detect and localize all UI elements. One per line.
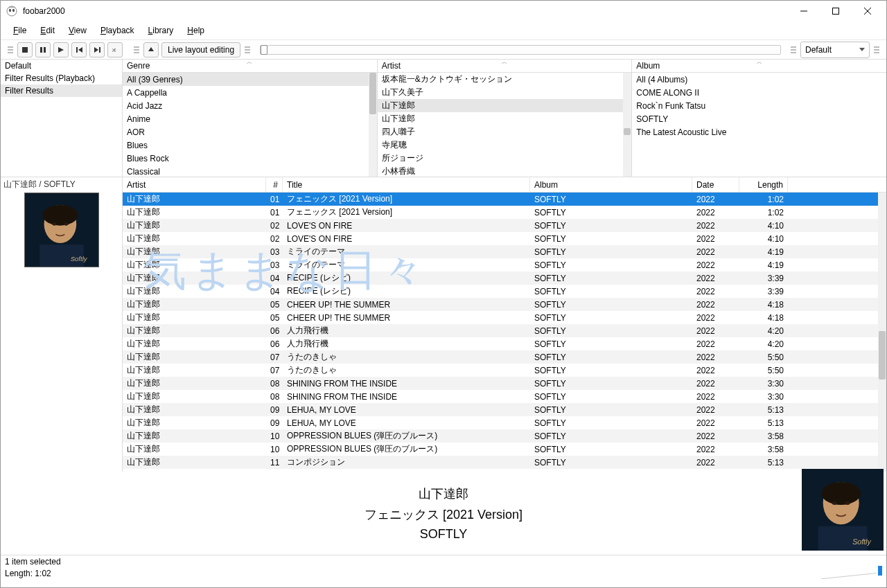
menubar: File Edit View Playback Library Help [1,21,886,39]
toolbar-grip-4[interactable] [791,42,796,57]
menu-playback[interactable]: Playback [94,23,141,38]
seek-thumb[interactable] [261,45,267,55]
table-row[interactable]: 山下達郎03ミライのテーマSOFTLY20224:19 [123,245,886,258]
prev-button[interactable] [71,42,87,57]
np-album-art: Softly [802,469,884,551]
menu-help[interactable]: Help [180,23,211,38]
filter-item[interactable]: 坂本龍一&カクトウギ・セッション [378,73,632,86]
menu-library[interactable]: Library [141,23,181,38]
svg-rect-9 [44,47,46,53]
svg-marker-16 [148,47,154,51]
table-row[interactable]: 山下達郎10OPPRESSION BLUES (弾圧のブルース)SOFTLY20… [123,429,886,443]
next-button[interactable] [89,42,105,57]
table-row[interactable]: 山下達郎05CHEER UP! THE SUMMERSOFTLY20224:18 [123,298,886,311]
seek-bar[interactable] [260,45,781,55]
table-row[interactable]: 山下達郎02LOVE'S ON FIRESOFTLY20224:10 [123,232,886,245]
table-row[interactable]: 山下達郎08SHINING FROM THE INSIDESOFTLY20223… [123,377,886,390]
grid-scrollbar[interactable] [878,193,886,472]
filter-item[interactable]: Blues Rock [123,152,377,165]
filter-item[interactable]: 所ジョージ [378,152,632,165]
filter-item[interactable]: A Cappella [123,86,377,99]
col-length[interactable]: Length [739,177,788,192]
toolbar-grip-3[interactable] [245,42,250,57]
random-button[interactable]: ⤮ [107,42,123,57]
table-row[interactable]: 山下達郎07うたのきしゃSOFTLY20225:50 [123,350,886,364]
table-row[interactable]: 山下達郎09LEHUA, MY LOVESOFTLY20225:13 [123,416,886,429]
table-row[interactable]: 山下達郎01フェニックス [2021 Version]SOFTLY20221:0… [123,206,886,219]
col-album[interactable]: Album [530,177,692,192]
genre-scrollbar[interactable] [369,73,377,177]
genre-header[interactable]: Genre ︿ [123,60,377,73]
order-value: Default [805,45,859,55]
layout-up-button[interactable] [143,42,159,57]
filter-item[interactable]: Blues [123,139,377,152]
album-filter: Album ︿ All (4 Albums)COME ALONG IIRock`… [632,60,886,177]
pause-button[interactable] [35,42,51,57]
sidebar-item[interactable]: Default [1,60,122,72]
table-row[interactable]: 山下達郎06人力飛行機SOFTLY20224:20 [123,337,886,350]
sidebar-item[interactable]: Filter Results (Playback) [1,72,122,84]
filter-panels: DefaultFilter Results (Playback)Filter R… [1,59,886,177]
col-track[interactable]: # [266,177,283,192]
artist-header[interactable]: Artist ︿ [378,60,632,73]
filter-item[interactable]: 小林香織 [378,165,632,177]
filter-item[interactable]: 寺尾聰 [378,139,632,152]
filter-item[interactable]: The Latest Acoustic Live [632,125,886,139]
playlist-area: 山下達郎 / SOFTLY Softly Artist # Title Albu… [1,177,886,472]
table-row[interactable]: 山下達郎02LOVE'S ON FIRESOFTLY20224:10 [123,219,886,232]
filter-item[interactable]: AOR [123,125,377,139]
filter-item[interactable]: Acid Jazz [123,99,377,112]
table-row[interactable]: 山下達郎06人力飛行機SOFTLY20224:20 [123,324,886,337]
filter-item[interactable]: 山下久美子 [378,86,632,99]
artist-scrollbar[interactable] [623,73,631,177]
table-row[interactable]: 山下達郎10OPPRESSION BLUES (弾圧のブルース)SOFTLY20… [123,443,886,456]
order-dropdown[interactable]: Default [800,42,870,58]
toolbar-grip[interactable] [8,42,13,57]
filter-item[interactable]: 四人囃子 [378,125,632,139]
filter-item[interactable]: All (4 Albums) [632,73,886,86]
filter-item[interactable]: 山下達郎 [378,99,632,112]
stop-button[interactable] [17,42,33,57]
table-row[interactable]: 山下達郎04RECIPE (レシピ)SOFTLY20223:39 [123,271,886,285]
filter-item[interactable]: Classical [123,165,377,177]
svg-point-29 [845,501,850,505]
album-header[interactable]: Album ︿ [632,60,886,73]
close-button[interactable] [852,1,884,21]
artist-filter: Artist ︿ 坂本龍一&カクトウギ・セッション山下久美子山下達郎山下達郎四人… [378,60,633,177]
nowplaying-panel: 山下達郎 フェニックス [2021 Version] SOFTLY Softly [1,472,886,555]
filter-item[interactable]: Rock`n Funk Tatsu [632,99,886,112]
live-layout-editing-button[interactable]: Live layout editing [161,42,240,57]
table-row[interactable]: 山下達郎09LEHUA, MY LOVESOFTLY20225:13 [123,403,886,416]
filter-item[interactable]: Anime [123,112,377,125]
filter-item[interactable]: All (39 Genres) [123,73,377,86]
volume-control[interactable] [821,564,884,577]
menu-view[interactable]: View [62,23,94,38]
svg-text:Softly: Softly [852,537,871,546]
svg-rect-7 [22,47,28,53]
maximize-button[interactable] [820,1,852,21]
table-row[interactable]: 山下達郎01フェニックス [2021 Version]SOFTLY20221:0… [123,193,886,206]
titlebar: foobar2000 [1,1,886,21]
play-button[interactable] [53,42,69,57]
table-row[interactable]: 山下達郎05CHEER UP! THE SUMMERSOFTLY20224:18 [123,311,886,324]
sidebar-item[interactable]: Filter Results [1,84,122,97]
sort-asc-icon: ︿ [502,60,507,66]
toolbar-grip-5[interactable] [874,42,879,57]
app-icon [6,6,17,17]
filter-item[interactable]: 山下達郎 [378,112,632,125]
menu-file[interactable]: File [6,23,33,38]
toolbar-grip-2[interactable] [134,42,139,57]
minimize-button[interactable] [788,1,820,21]
menu-edit[interactable]: Edit [33,23,62,38]
col-title[interactable]: Title [283,177,530,192]
table-row[interactable]: 山下達郎08SHINING FROM THE INSIDESOFTLY20223… [123,390,886,403]
svg-rect-4 [833,8,839,15]
filter-item[interactable]: COME ALONG II [632,86,886,99]
col-artist[interactable]: Artist [123,177,266,192]
table-row[interactable]: 山下達郎07うたのきしゃSOFTLY20225:50 [123,364,886,377]
table-row[interactable]: 山下達郎11コンポジションSOFTLY20225:13 [123,456,886,469]
filter-item[interactable]: SOFTLY [632,112,886,125]
col-date[interactable]: Date [692,177,739,192]
table-row[interactable]: 山下達郎04RECIPE (レシピ)SOFTLY20223:39 [123,285,886,298]
table-row[interactable]: 山下達郎03ミライのテーマSOFTLY20224:19 [123,258,886,271]
